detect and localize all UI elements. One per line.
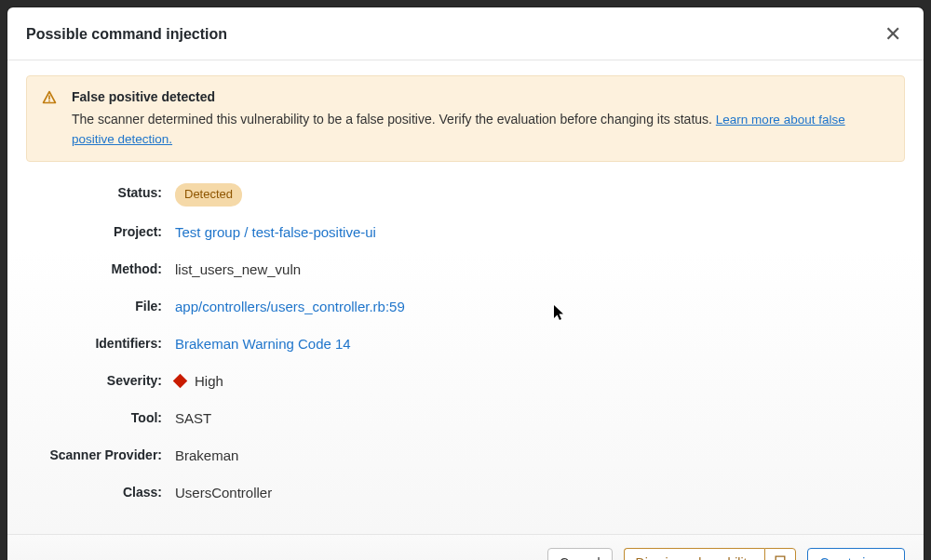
tool-label: Tool:: [26, 407, 175, 428]
class-value: UsersController: [175, 482, 272, 504]
modal-title: Possible command injection: [26, 26, 227, 43]
comment-icon: [774, 554, 787, 560]
row-file: File: app/controllers/users_controller.r…: [26, 288, 896, 326]
tool-value: SAST: [175, 407, 211, 430]
dismiss-comment-button[interactable]: [764, 548, 796, 560]
modal-footer: Cancel Dismiss vulnerability Create issu…: [7, 534, 924, 560]
project-link[interactable]: Test group / test-false-positive-ui: [175, 224, 376, 240]
method-label: Method:: [26, 259, 175, 279]
status-badge: Detected: [175, 183, 242, 207]
false-positive-alert: False positive detected The scanner dete…: [26, 75, 905, 162]
row-method: Method: list_users_new_vuln: [26, 251, 896, 288]
severity-high-icon: [173, 374, 188, 389]
row-class: Class: UsersController: [26, 474, 896, 512]
scanner-provider-value: Brakeman: [175, 445, 238, 467]
file-value: app/controllers/users_controller.rb:59: [175, 296, 405, 318]
method-value: list_users_new_vuln: [175, 259, 301, 281]
cancel-button[interactable]: Cancel: [547, 548, 613, 560]
svg-point-1: [48, 100, 50, 102]
row-tool: Tool: SAST: [26, 400, 896, 437]
row-severity: Severity: High: [26, 363, 896, 401]
identifier-link[interactable]: Brakeman Warning Code 14: [175, 336, 351, 352]
identifiers-label: Identifiers:: [26, 333, 175, 353]
file-label: File:: [26, 296, 175, 316]
close-button[interactable]: ✕: [881, 22, 905, 47]
row-scanner-provider: Scanner Provider: Brakeman: [26, 437, 896, 474]
class-label: Class:: [26, 482, 175, 502]
project-label: Project:: [26, 221, 175, 242]
alert-text: The scanner determined this vulnerabilit…: [72, 112, 712, 127]
create-issue-button[interactable]: Create issue: [807, 548, 905, 560]
details-list: Status: Detected Project: Test group / t…: [26, 175, 905, 512]
severity-text: High: [195, 370, 223, 393]
project-value: Test group / test-false-positive-ui: [175, 221, 376, 244]
alert-title: False positive detected: [72, 89, 889, 104]
modal-body: False positive detected The scanner dete…: [7, 60, 924, 534]
status-label: Status:: [26, 182, 175, 203]
vulnerability-modal: Possible command injection ✕ False posit…: [7, 7, 924, 560]
close-icon: ✕: [884, 22, 901, 46]
row-identifiers: Identifiers: Brakeman Warning Code 14: [26, 326, 896, 363]
row-project: Project: Test group / test-false-positiv…: [26, 214, 896, 251]
file-link[interactable]: app/controllers/users_controller.rb:59: [175, 299, 405, 314]
dismiss-button-group: Dismiss vulnerability: [624, 548, 797, 560]
identifiers-value: Brakeman Warning Code 14: [175, 333, 351, 355]
dismiss-vulnerability-button[interactable]: Dismiss vulnerability: [624, 548, 765, 560]
scanner-provider-label: Scanner Provider:: [26, 445, 175, 465]
row-status: Status: Detected: [26, 175, 896, 214]
modal-header: Possible command injection ✕: [7, 7, 924, 60]
warning-icon: [42, 90, 57, 109]
alert-body: The scanner determined this vulnerabilit…: [72, 110, 889, 148]
severity-label: Severity:: [26, 370, 175, 391]
status-value: Detected: [175, 182, 242, 207]
severity-value: High: [175, 370, 223, 393]
